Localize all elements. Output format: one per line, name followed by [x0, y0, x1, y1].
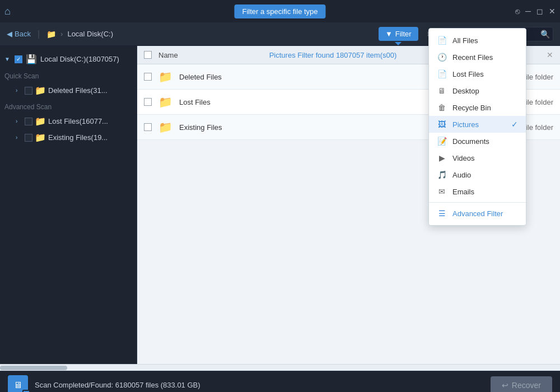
dropdown-item-recent-files[interactable]: 🕐 Recent Files [429, 49, 526, 66]
horizontal-scrollbar[interactable] [0, 364, 560, 371]
deleted-checkbox[interactable] [25, 87, 32, 95]
recent-files-label: Recent Files [452, 53, 493, 62]
existing-checkbox[interactable] [25, 134, 32, 142]
recent-files-icon: 🕐 [437, 53, 447, 62]
restore-icon[interactable]: ◻ [536, 7, 543, 16]
window-controls: ⎋ ─ ◻ ✕ [515, 7, 556, 16]
row-checkbox-1[interactable] [144, 98, 152, 106]
dropdown-item-lost-files[interactable]: 📄 Lost Files [429, 66, 526, 82]
dropdown-divider [429, 202, 526, 203]
row-checkbox-0[interactable] [144, 73, 152, 81]
lost-chevron: › [16, 118, 22, 124]
advanced-scan-label: Advanced Scan [0, 99, 137, 113]
nav-path: Local Disk(C:) [67, 30, 113, 38]
folder-nav-icon: 📁 [46, 30, 56, 39]
root-chevron[interactable]: ▼ [4, 56, 11, 62]
sidebar: ▼ 💾 Local Disk(C:)(1807057) Quick Scan ›… [0, 46, 137, 364]
title-bar-left: ⌂ [4, 6, 16, 17]
lost-files-label: Lost Files [452, 70, 484, 78]
advanced-filter-icon: ☰ [437, 209, 447, 218]
dropdown-item-pictures[interactable]: 🖼 Pictures ✓ [429, 116, 526, 133]
existing-folder-icon: 📁 [35, 132, 46, 143]
row-folder-icon-0: 📁 [158, 70, 172, 83]
search-icon: 🔍 [540, 30, 550, 39]
deleted-chevron: › [16, 87, 22, 94]
desktop-label: Desktop [452, 87, 479, 95]
recover-icon: ↩ [502, 381, 508, 390]
row-folder-icon-2: 📁 [158, 120, 172, 134]
sidebar-root: ▼ 💾 Local Disk(C:)(1807057) [0, 50, 137, 68]
status-bar: 🖥 ✓ Scan Completed/Found: 6180057 files … [0, 371, 560, 392]
quick-scan-label: Quick Scan [0, 68, 137, 82]
sidebar-item-existing-files[interactable]: › 📁 Existing Files(19... [0, 129, 137, 146]
videos-icon: ▶ [437, 153, 447, 162]
back-label: Back [15, 30, 31, 38]
share-icon[interactable]: ⎋ [515, 7, 520, 16]
lost-folder-icon: 📁 [35, 116, 46, 127]
filter-label: Filter [395, 30, 412, 38]
existing-label: Existing Files(19... [48, 133, 108, 142]
close-filter-button[interactable]: ✕ [547, 50, 553, 59]
sidebar-root-label: Local Disk(C:)(1807057) [40, 55, 119, 63]
row-folder-icon-1: 📁 [158, 95, 172, 109]
filter-icon: ▼ [385, 30, 393, 38]
back-button[interactable]: ◀ Back [7, 30, 31, 38]
pictures-icon: 🖼 [437, 120, 447, 129]
deleted-label: Deleted Files(31... [48, 86, 108, 95]
dropdown-item-all-files[interactable]: 📄 All Files [429, 32, 526, 49]
scrollbar-thumb[interactable] [0, 366, 67, 370]
device-check: ✓ [22, 390, 30, 393]
emails-icon: ✉ [437, 187, 447, 196]
advanced-filter-label: Advanced Filter [452, 209, 503, 218]
pictures-label: Pictures [452, 120, 479, 129]
dropdown-item-documents[interactable]: 📝 Documents [429, 133, 526, 150]
dropdown-item-desktop[interactable]: 🖥 Desktop [429, 82, 526, 99]
hdd-icon: 💾 [26, 54, 37, 64]
audio-label: Audio [452, 171, 471, 179]
header-checkbox[interactable] [144, 51, 152, 59]
pictures-check-icon: ✓ [511, 120, 518, 129]
documents-label: Documents [452, 137, 489, 146]
app-icon: ⌂ [4, 6, 16, 17]
sidebar-item-deleted-files[interactable]: › 📁 Deleted Files(31... [0, 82, 137, 99]
filter-dropdown: 📄 All Files 🕐 Recent Files 📄 Lost Files … [428, 28, 526, 226]
lost-label: Lost Files(16077... [48, 117, 108, 125]
audio-icon: 🎵 [437, 170, 447, 179]
recycle-bin-label: Recycle Bin [452, 104, 491, 112]
dropdown-item-advanced-filter[interactable]: ☰ Advanced Filter [429, 205, 526, 222]
sidebar-item-lost-files[interactable]: › 📁 Lost Files(16077... [0, 113, 137, 129]
name-column-header: Name [158, 51, 263, 59]
dropdown-item-recycle-bin[interactable]: 🗑 Recycle Bin [429, 99, 526, 116]
recover-label: Recover [512, 381, 541, 390]
filter-tooltip: Filter a specific file type [234, 4, 325, 18]
row-checkbox-2[interactable] [144, 123, 152, 131]
status-text: Scan Completed/Found: 6180057 files (833… [35, 381, 484, 389]
dropdown-item-emails[interactable]: ✉ Emails [429, 183, 526, 200]
back-arrow-icon: ◀ [7, 30, 12, 38]
minimize-icon[interactable]: ─ [525, 7, 531, 16]
emails-label: Emails [452, 188, 474, 196]
existing-chevron: › [16, 134, 22, 141]
dropdown-item-videos[interactable]: ▶ Videos [429, 150, 526, 166]
desktop-icon: 🖥 [437, 86, 447, 95]
close-icon[interactable]: ✕ [549, 7, 556, 16]
documents-icon: 📝 [437, 137, 447, 146]
lost-checkbox[interactable] [25, 118, 32, 125]
deleted-folder-icon: 📁 [35, 85, 46, 96]
videos-label: Videos [452, 154, 475, 162]
all-files-icon: 📄 [437, 36, 447, 45]
filter-button[interactable]: ▼ Filter [379, 27, 418, 41]
root-checkbox[interactable] [15, 55, 22, 63]
dropdown-item-audio[interactable]: 🎵 Audio [429, 166, 526, 183]
recover-button[interactable]: ↩ Recover [491, 376, 552, 393]
lost-files-icon: 📄 [437, 69, 447, 78]
nav-sep2: › [60, 30, 63, 38]
title-bar: ⌂ Filter a specific file type ⎋ ─ ◻ ✕ [0, 0, 560, 22]
nav-separator: | [38, 29, 40, 39]
device-icon: 🖥 ✓ [8, 375, 28, 393]
recycle-bin-icon: 🗑 [437, 103, 447, 112]
all-files-label: All Files [452, 36, 478, 45]
